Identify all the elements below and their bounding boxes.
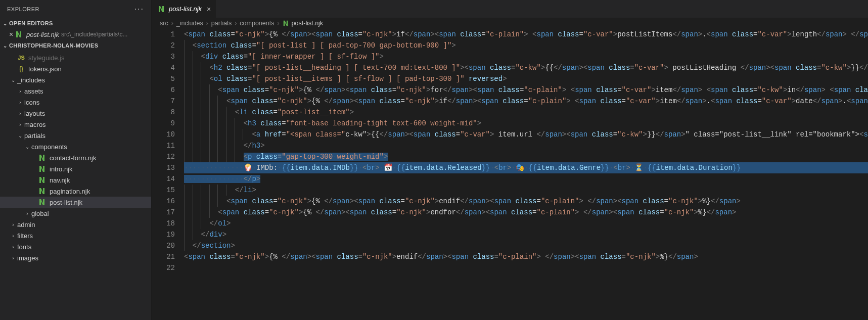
open-editors-header[interactable]: ⌄ OPEN EDITORS [0, 18, 151, 29]
file-nav.njk[interactable]: nav.njk [0, 174, 151, 186]
more-actions-icon[interactable]: ··· [134, 5, 144, 14]
code-line-19[interactable]: </div> [184, 229, 868, 240]
tree-label: fonts [17, 243, 31, 251]
chevron-down-icon: ⌄ [23, 144, 31, 150]
code-line-7[interactable]: <span class="c-njk">{% </span><span clas… [184, 96, 868, 107]
chevron-down-icon: ⌄ [16, 133, 24, 139]
file-tokens.json[interactable]: {}tokens.json [0, 63, 151, 74]
js-icon: JS [17, 54, 25, 62]
crumb[interactable]: src [160, 20, 168, 27]
file-pagination.njk[interactable]: pagination.njk [0, 186, 151, 197]
close-icon[interactable]: × [207, 5, 211, 13]
open-editor-entry[interactable]: × post-list.njk src\_includes\partials\c… [0, 29, 151, 40]
crumb-file[interactable]: post-list.njk [283, 20, 324, 27]
code-line-20[interactable]: </section> [184, 240, 868, 251]
code-content[interactable]: <span class="c-njk">{% </span><span clas… [184, 29, 868, 320]
code-line-12[interactable]: <p·class="gap-top-300·weight-mid"> [184, 151, 868, 162]
nunjucks-icon [38, 198, 47, 206]
chevron-right-icon: › [16, 88, 24, 94]
open-editors-label: OPEN EDITORS [9, 20, 53, 26]
code-line-16[interactable]: <span class="c-njk">{% </span><span clas… [184, 196, 868, 207]
folder-layouts[interactable]: ›layouts [0, 108, 151, 119]
tree-label: intro.njk [50, 165, 73, 173]
folder-components[interactable]: ⌄components [0, 141, 151, 152]
folder-filters[interactable]: ›filters [0, 230, 151, 241]
tree-label: images [17, 254, 38, 262]
code-line-18[interactable]: </ol> [184, 218, 868, 229]
code-line-5[interactable]: <ol class="[ post-list__items ] [ sf-flo… [184, 73, 868, 84]
chevron-down-icon: ⌄ [1, 43, 9, 49]
code-line-2[interactable]: <section class="[ post-list ] [ pad-top-… [184, 40, 868, 51]
code-line-10[interactable]: <a href="<span class="c-kw">{{</span><sp… [184, 129, 868, 140]
tree-label: _includes [17, 76, 45, 84]
crumb[interactable]: _includes [176, 20, 203, 27]
tab-bar: post-list.njk × [152, 0, 868, 18]
nunjucks-icon [38, 154, 47, 162]
tree-label: filters [17, 232, 33, 240]
folder-assets[interactable]: ›assets [0, 85, 151, 97]
file-styleguide.js[interactable]: JSstyleguide.js [0, 52, 151, 63]
code-line-8[interactable]: <li class="post-list__item"> [184, 107, 868, 118]
chevron-right-icon: › [9, 255, 17, 261]
nunjucks-icon [38, 165, 47, 173]
open-editor-path: src\_includes\partials\c... [61, 31, 127, 38]
code-line-4[interactable]: <h2 class="[ post-list__heading ] [ text… [184, 62, 868, 73]
folder-_includes[interactable]: ⌄_includes [0, 74, 151, 85]
tab-post-list[interactable]: post-list.njk × [152, 0, 216, 18]
tree-label: icons [24, 99, 39, 106]
chevron-right-icon: › [170, 20, 174, 27]
folder-partials[interactable]: ⌄partials [0, 130, 151, 141]
line-gutter: 12345678910111213141516171819202122 [152, 29, 184, 320]
folder-fonts[interactable]: ›fonts [0, 241, 151, 252]
code-line-9[interactable]: <h3 class="font-base leading-tight text-… [184, 118, 868, 129]
tree-label: styleguide.js [28, 54, 65, 62]
chevron-down-icon: ⌄ [9, 77, 17, 83]
chevron-right-icon: › [16, 122, 24, 127]
breadcrumb[interactable]: src› _includes› partials› components› po… [152, 18, 868, 29]
file-intro.njk[interactable]: intro.njk [0, 163, 151, 174]
chevron-right-icon: › [9, 244, 17, 250]
tree-label: assets [24, 87, 43, 95]
code-editor[interactable]: 12345678910111213141516171819202122 <spa… [152, 29, 868, 320]
explorer-sidebar: EXPLORER ··· ⌄ OPEN EDITORS × post-list.… [0, 0, 152, 320]
project-header[interactable]: ⌄ CHRISTOPHER-NOLAN-MOVIES [0, 40, 151, 51]
chevron-right-icon: › [276, 20, 280, 27]
code-line-17[interactable]: <span class="c-njk">{% </span><span clas… [184, 207, 868, 218]
tree-label: nav.njk [50, 176, 70, 184]
nunjucks-icon [15, 30, 23, 38]
chevron-right-icon: › [205, 20, 209, 27]
code-line-11[interactable]: </h3> [184, 140, 868, 151]
folder-macros[interactable]: ›macros [0, 119, 151, 130]
code-line-1[interactable]: <span class="c-njk">{% </span><span clas… [184, 29, 868, 40]
project-name: CHRISTOPHER-NOLAN-MOVIES [9, 42, 98, 49]
code-line-14[interactable]: ··············</p> [184, 173, 868, 185]
code-line-13[interactable]: ··············🍿·IMDb:·{{item.data.IMDb}}… [184, 162, 868, 173]
crumb[interactable]: components [240, 20, 274, 27]
close-icon[interactable]: × [7, 30, 15, 38]
folder-images[interactable]: ›images [0, 252, 151, 263]
code-line-21[interactable]: <span class="c-njk">{% </span><span clas… [184, 251, 868, 262]
nunjucks-icon [283, 20, 290, 27]
nunjucks-icon [38, 176, 47, 184]
explorer-header: EXPLORER ··· [0, 0, 151, 18]
folder-global[interactable]: ›global [0, 208, 151, 219]
file-post-list.njk[interactable]: post-list.njk [0, 197, 151, 208]
chevron-right-icon: › [16, 100, 24, 105]
folder-admin[interactable]: ›admin [0, 219, 151, 230]
code-line-6[interactable]: <span class="c-njk">{% </span><span clas… [184, 84, 868, 96]
crumb[interactable]: partials [211, 20, 232, 27]
chevron-down-icon: ⌄ [1, 21, 9, 26]
chevron-right-icon: › [9, 222, 17, 227]
chevron-right-icon: › [16, 111, 24, 116]
chevron-right-icon: › [9, 233, 17, 239]
chevron-right-icon: › [234, 20, 238, 27]
code-line-3[interactable]: <div class="[ inner-wrapper ] [ sf-flow … [184, 51, 868, 62]
tree-label: components [31, 143, 67, 151]
file-contact-form.njk[interactable]: contact-form.njk [0, 152, 151, 163]
code-line-22[interactable] [184, 262, 868, 273]
folder-icons[interactable]: ›icons [0, 97, 151, 108]
code-line-15[interactable]: </li> [184, 185, 868, 196]
tree-label: pagination.njk [50, 188, 90, 195]
tree-label: partials [24, 132, 45, 140]
nunjucks-icon [158, 5, 166, 13]
